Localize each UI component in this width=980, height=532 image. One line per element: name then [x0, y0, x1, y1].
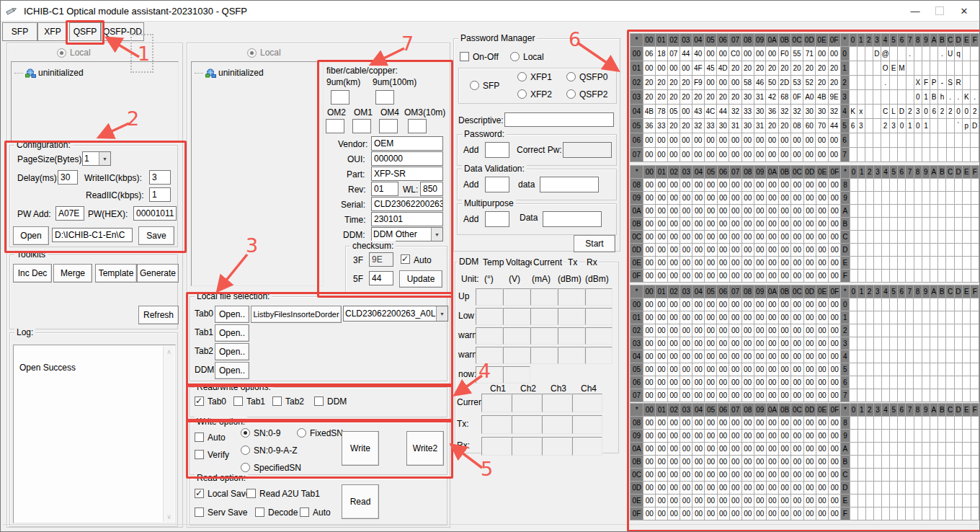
hex-byte-cell[interactable]: 00 [779, 430, 791, 443]
hex-byte-cell[interactable]: 00 [680, 218, 692, 231]
pagesize-select[interactable]: 1▼ [82, 151, 111, 166]
hex-byte-cell[interactable]: 00 [643, 133, 655, 148]
hex-byte-cell[interactable]: 00 [803, 148, 816, 162]
hex-byte-cell[interactable]: 32 [828, 105, 840, 119]
len-9um100m-input[interactable] [375, 90, 394, 105]
hex-byte-cell[interactable]: 00 [778, 148, 790, 162]
read-read-a2u-tab1-checkbox[interactable] [246, 489, 256, 498]
hex-byte-cell[interactable]: 00 [705, 298, 717, 311]
hex-byte-cell[interactable]: 20 [655, 76, 667, 90]
hex-byte-cell[interactable]: 00 [778, 389, 790, 402]
hex-byte-cell[interactable]: 44 [680, 47, 692, 61]
hex-byte-cell[interactable]: 20 [741, 61, 754, 76]
hex-byte-cell[interactable]: 00 [766, 257, 778, 270]
hex-byte-cell[interactable]: 00 [680, 430, 692, 443]
pwadd-input[interactable]: A07E [55, 206, 84, 221]
hex-byte-cell[interactable]: 30 [717, 119, 729, 133]
hex-byte-cell[interactable]: 40 [692, 47, 704, 61]
hex-byte-cell[interactable]: 00 [668, 311, 680, 324]
hex-byte-cell[interactable]: 00 [717, 47, 729, 61]
hex-byte-cell[interactable]: 00 [680, 443, 692, 456]
hex-byte-cell[interactable]: 00 [667, 148, 680, 162]
pm-xfp2-radio[interactable] [517, 89, 527, 99]
hex-byte-cell[interactable]: 00 [816, 507, 828, 520]
hex-byte-cell[interactable]: 00 [668, 205, 680, 218]
hex-byte-cell[interactable]: 00 [705, 192, 717, 205]
hex-byte-cell[interactable]: 00 [729, 482, 741, 495]
descriptive-input[interactable] [504, 112, 614, 127]
hex-byte-cell[interactable]: 00 [705, 389, 717, 402]
hex-byte-cell[interactable]: 20 [790, 61, 803, 76]
hex-byte-cell[interactable]: 00 [741, 443, 754, 456]
hex-byte-cell[interactable]: 00 [717, 363, 729, 376]
hex-byte-cell[interactable]: 00 [705, 417, 717, 430]
hex-byte-cell[interactable]: 00 [791, 244, 803, 257]
hex-byte-cell[interactable]: 00 [692, 495, 705, 507]
hex-byte-cell[interactable]: 00 [778, 350, 790, 363]
hex-byte-cell[interactable]: 00 [656, 179, 668, 192]
hex-byte-cell[interactable]: 00 [779, 495, 791, 507]
hex-byte-cell[interactable]: 00 [766, 417, 778, 430]
hex-byte-cell[interactable]: 00 [754, 337, 766, 350]
hex-byte-cell[interactable]: 00 [754, 205, 766, 218]
hex-byte-cell[interactable]: 00 [829, 218, 841, 231]
hex-byte-cell[interactable]: 00 [741, 311, 754, 324]
read-local-save-checkbox[interactable] [195, 489, 204, 498]
ddm-ch-cell[interactable] [572, 415, 602, 434]
hex-byte-cell[interactable]: 00 [656, 469, 668, 482]
rw-tab2-checkbox[interactable] [272, 396, 282, 406]
hex-byte-cell[interactable]: 31 [754, 119, 766, 133]
hex-byte-cell[interactable]: 00 [791, 324, 803, 337]
read-decode-checkbox[interactable] [255, 507, 264, 517]
hex-byte-cell[interactable]: 00 [729, 179, 741, 192]
hex-byte-cell[interactable]: 00 [779, 270, 791, 283]
hex-byte-cell[interactable]: 00 [729, 507, 741, 520]
hex-byte-cell[interactable]: 00 [754, 469, 766, 482]
hex-byte-cell[interactable]: 00 [692, 417, 705, 430]
pm-qsfp2-radio[interactable] [566, 89, 576, 99]
hex-byte-cell[interactable]: 00 [754, 507, 766, 520]
hex-byte-cell[interactable]: 00 [803, 270, 816, 283]
hex-byte-cell[interactable]: 00 [705, 244, 717, 257]
hex-byte-cell[interactable]: 00 [779, 179, 791, 192]
hex-byte-cell[interactable]: 00 [643, 417, 656, 430]
hex-byte-cell[interactable]: 00 [643, 376, 655, 389]
hex-byte-cell[interactable]: 00 [668, 244, 680, 257]
hex-byte-cell[interactable]: 00 [779, 192, 791, 205]
hex-byte-cell[interactable]: 00 [816, 469, 828, 482]
hex-byte-cell[interactable]: 50 [766, 76, 778, 90]
hex-byte-cell[interactable]: 00 [816, 218, 828, 231]
readiic-input[interactable]: 1 [149, 187, 171, 202]
hex-byte-cell[interactable]: 00 [717, 324, 729, 337]
hex-byte-cell[interactable]: 00 [656, 311, 668, 324]
hex-byte-cell[interactable]: 20 [667, 90, 680, 105]
hex-byte-cell[interactable]: 00 [668, 257, 680, 270]
hex-byte-cell[interactable]: 00 [829, 231, 841, 244]
hex-byte-cell[interactable]: 00 [680, 456, 692, 469]
hex-byte-cell[interactable]: 00 [741, 218, 754, 231]
hex-byte-cell[interactable]: 00 [692, 430, 705, 443]
hex-byte-cell[interactable]: 00 [754, 389, 766, 402]
hex-byte-cell[interactable]: 00 [643, 443, 656, 456]
hex-byte-cell[interactable]: 00 [705, 482, 717, 495]
list-by-files-button[interactable]: ListbyFilesInsorteDorder [251, 306, 342, 323]
hex-byte-cell[interactable]: 00 [692, 376, 705, 389]
hex-byte-cell[interactable]: 00 [829, 192, 841, 205]
hex-byte-cell[interactable]: 00 [656, 337, 668, 350]
hex-byte-cell[interactable]: 00 [729, 270, 741, 283]
hex-byte-cell[interactable]: 00 [754, 495, 766, 507]
hex-byte-cell[interactable]: 00 [803, 337, 816, 350]
hex-byte-cell[interactable]: 00 [668, 507, 680, 520]
hex-byte-cell[interactable]: 46 [754, 76, 766, 90]
hex-byte-cell[interactable]: 00 [643, 507, 656, 520]
pm-correct-pw-input[interactable] [563, 142, 612, 158]
hex-byte-cell[interactable]: 00 [692, 507, 705, 520]
hex-byte-cell[interactable]: 00 [680, 61, 692, 76]
hex-byte-cell[interactable]: 00 [766, 482, 778, 495]
hex-byte-cell[interactable]: 00 [729, 363, 741, 376]
hex-byte-cell[interactable]: 20 [828, 61, 840, 76]
ddm-cell[interactable] [530, 347, 558, 364]
hex-byte-cell[interactable]: 00 [680, 417, 692, 430]
wl-input[interactable]: 850 [420, 182, 443, 196]
hex-byte-cell[interactable]: 00 [766, 443, 778, 456]
